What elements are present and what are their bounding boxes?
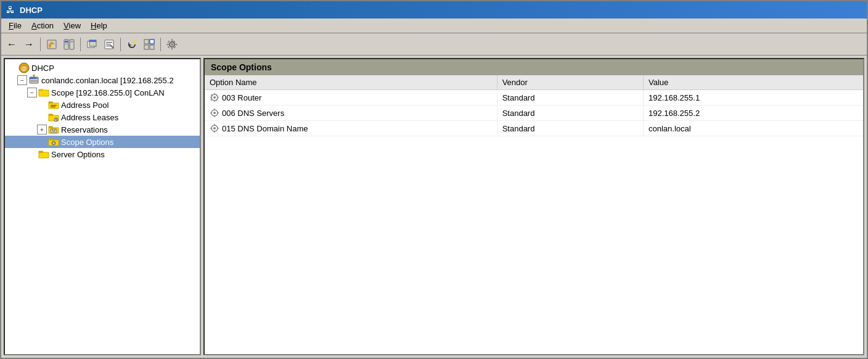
svg-rect-6 <box>65 43 68 44</box>
view-button[interactable] <box>141 36 157 52</box>
scope-options-icon <box>48 136 59 147</box>
table-row[interactable]: 003 Router Standard 192.168.255.1 <box>205 90 863 105</box>
svg-rect-64 <box>217 112 219 113</box>
tree-label-address-leases: Address Leases <box>61 113 118 122</box>
svg-rect-63 <box>210 112 212 113</box>
spacer <box>7 63 17 73</box>
svg-rect-37 <box>30 81 38 82</box>
tree-item-reservations[interactable]: + Reservations <box>5 123 200 136</box>
col-vendor: Vendor <box>497 75 644 89</box>
svg-rect-7 <box>65 44 68 45</box>
toolbar: ← → <box>1 33 867 56</box>
svg-rect-27 <box>167 40 170 43</box>
toolbar-separator-1 <box>40 38 41 51</box>
toolbar-separator-3 <box>120 38 121 51</box>
tree-item-scope[interactable]: − Scope [192.168.255.0] ConLAN <box>5 86 200 99</box>
svg-rect-25 <box>166 44 169 45</box>
tree-item-address-leases[interactable]: Address Leases <box>5 111 200 123</box>
menu-help[interactable]: Help <box>86 20 112 31</box>
svg-point-50 <box>213 96 216 99</box>
expand-scope[interactable]: − <box>27 88 37 97</box>
menu-file[interactable]: File <box>4 20 27 31</box>
refresh-button[interactable] <box>124 36 140 52</box>
address-pool-icon <box>48 99 59 110</box>
svg-rect-24 <box>171 47 173 50</box>
svg-rect-1 <box>49 44 51 47</box>
view-icon <box>144 39 155 50</box>
svg-rect-45 <box>53 141 54 142</box>
svg-rect-68 <box>214 131 215 133</box>
spacer-server-opts <box>27 149 37 159</box>
tree-item-dhcp[interactable]: @ DHCP <box>5 62 200 74</box>
back-button[interactable]: ← <box>4 36 20 52</box>
tree-label-address-pool: Address Pool <box>61 101 108 110</box>
up-icon <box>47 39 57 49</box>
svg-text:@: @ <box>22 65 27 72</box>
row1-name: 003 Router <box>222 93 261 102</box>
panel-header: Scope Options <box>205 59 863 75</box>
dhcp-icon: @ <box>18 62 30 73</box>
svg-rect-48 <box>55 142 56 143</box>
configure-icon <box>166 38 178 51</box>
tree-item-scope-options[interactable]: Scope Options <box>5 136 200 148</box>
configure-button[interactable] <box>164 36 180 52</box>
menu-action[interactable]: Action <box>27 20 59 31</box>
tree-label-reservations: Reservations <box>61 125 108 134</box>
cell-value-1: 192.168.255.1 <box>644 90 863 105</box>
tree-item-server-options[interactable]: Server Options <box>5 148 200 160</box>
svg-rect-10 <box>89 40 96 42</box>
dhcp-window: 🖧 DHCP File Action View Help ← → <box>0 0 868 359</box>
show-hide-tree-button[interactable] <box>61 36 77 52</box>
new-window-icon <box>87 39 97 49</box>
address-leases-icon <box>48 112 59 123</box>
title-bar-icon: 🖧 <box>6 5 16 15</box>
expand-server[interactable]: − <box>17 75 27 85</box>
cell-value-2: 192.168.255.2 <box>644 105 863 120</box>
reservations-icon <box>48 124 59 135</box>
cell-vendor-2: Standard <box>497 105 644 120</box>
svg-rect-69 <box>210 128 212 129</box>
svg-rect-54 <box>217 97 219 98</box>
svg-rect-46 <box>53 144 54 146</box>
svg-rect-13 <box>106 44 110 44</box>
main-content: @ DHCP − conland <box>1 56 867 358</box>
right-panel: Scope Options Option Name Vendor Value <box>203 58 864 355</box>
svg-point-60 <box>213 112 216 114</box>
cell-name-1: 003 Router <box>205 90 497 105</box>
tree-item-address-pool[interactable]: Address Pool <box>5 99 200 111</box>
new-window-button[interactable] <box>84 36 100 52</box>
svg-rect-39 <box>51 105 57 106</box>
server-icon <box>28 75 39 86</box>
tree-panel[interactable]: @ DHCP − conland <box>4 58 201 355</box>
svg-rect-18 <box>144 45 149 49</box>
svg-point-66 <box>213 127 216 130</box>
expand-reservations[interactable]: + <box>37 125 47 134</box>
svg-rect-61 <box>214 109 215 110</box>
spacer-pool <box>37 100 47 110</box>
forward-button[interactable]: → <box>21 36 37 52</box>
title-bar: 🖧 DHCP <box>1 1 867 19</box>
up-button[interactable] <box>44 36 60 52</box>
cell-name-3: 015 DNS Domain Name <box>205 121 497 136</box>
svg-rect-16 <box>144 39 149 44</box>
scope-folder-icon <box>38 87 49 98</box>
properties-button[interactable] <box>101 36 117 52</box>
menu-view[interactable]: View <box>59 20 86 31</box>
toolbar-separator-2 <box>80 38 81 51</box>
table-row[interactable]: 015 DNS Domain Name Standard conlan.loca… <box>205 121 863 136</box>
svg-point-35 <box>36 78 38 79</box>
tree-label-dhcp: DHCP <box>31 64 54 73</box>
row1-gear-icon <box>210 93 219 102</box>
svg-rect-26 <box>175 44 178 45</box>
col-value: Value <box>644 75 863 89</box>
row3-name: 015 DNS Domain Name <box>222 124 308 133</box>
cell-value-3: conlan.local <box>644 121 863 136</box>
tree-item-server[interactable]: − conlandc.conlan.local [192.168.255.2 <box>5 74 200 86</box>
spacer-scope-opts <box>37 137 47 147</box>
svg-rect-23 <box>171 39 173 41</box>
table-row[interactable]: 006 DNS Servers Standard 192.168.255.2 <box>205 105 863 121</box>
svg-point-38 <box>33 75 35 76</box>
menu-bar: File Action View Help <box>1 19 867 33</box>
svg-rect-12 <box>106 42 112 43</box>
table-header: Option Name Vendor Value <box>205 75 863 90</box>
